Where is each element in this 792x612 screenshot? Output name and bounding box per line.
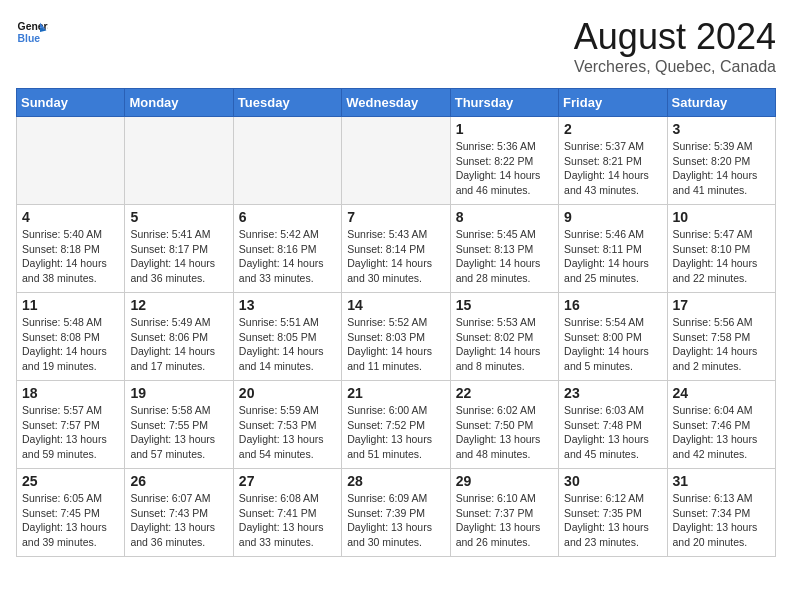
calendar-day-cell: 16Sunrise: 5:54 AM Sunset: 8:00 PM Dayli… [559,293,667,381]
day-number: 20 [239,385,336,401]
day-info: Sunrise: 6:03 AM Sunset: 7:48 PM Dayligh… [564,403,661,462]
day-info: Sunrise: 5:42 AM Sunset: 8:16 PM Dayligh… [239,227,336,286]
day-number: 25 [22,473,119,489]
day-number: 3 [673,121,770,137]
calendar-day-cell: 21Sunrise: 6:00 AM Sunset: 7:52 PM Dayli… [342,381,450,469]
day-number: 2 [564,121,661,137]
calendar-day-cell: 18Sunrise: 5:57 AM Sunset: 7:57 PM Dayli… [17,381,125,469]
calendar-day-cell: 19Sunrise: 5:58 AM Sunset: 7:55 PM Dayli… [125,381,233,469]
day-number: 13 [239,297,336,313]
calendar-day-cell: 31Sunrise: 6:13 AM Sunset: 7:34 PM Dayli… [667,469,775,557]
logo-icon: General Blue [16,16,48,48]
day-number: 15 [456,297,553,313]
calendar-day-cell: 20Sunrise: 5:59 AM Sunset: 7:53 PM Dayli… [233,381,341,469]
day-number: 14 [347,297,444,313]
calendar-day-cell: 15Sunrise: 5:53 AM Sunset: 8:02 PM Dayli… [450,293,558,381]
day-info: Sunrise: 5:37 AM Sunset: 8:21 PM Dayligh… [564,139,661,198]
day-number: 31 [673,473,770,489]
day-info: Sunrise: 5:51 AM Sunset: 8:05 PM Dayligh… [239,315,336,374]
logo: General Blue [16,16,48,48]
calendar-day-cell: 27Sunrise: 6:08 AM Sunset: 7:41 PM Dayli… [233,469,341,557]
day-number: 24 [673,385,770,401]
calendar-day-cell: 11Sunrise: 5:48 AM Sunset: 8:08 PM Dayli… [17,293,125,381]
calendar-day-cell [233,117,341,205]
calendar-day-cell: 9Sunrise: 5:46 AM Sunset: 8:11 PM Daylig… [559,205,667,293]
day-info: Sunrise: 6:09 AM Sunset: 7:39 PM Dayligh… [347,491,444,550]
calendar-week-row: 11Sunrise: 5:48 AM Sunset: 8:08 PM Dayli… [17,293,776,381]
day-info: Sunrise: 5:41 AM Sunset: 8:17 PM Dayligh… [130,227,227,286]
day-number: 18 [22,385,119,401]
day-info: Sunrise: 6:10 AM Sunset: 7:37 PM Dayligh… [456,491,553,550]
day-number: 27 [239,473,336,489]
day-info: Sunrise: 6:02 AM Sunset: 7:50 PM Dayligh… [456,403,553,462]
calendar-day-cell: 7Sunrise: 5:43 AM Sunset: 8:14 PM Daylig… [342,205,450,293]
day-number: 11 [22,297,119,313]
calendar-day-cell [17,117,125,205]
day-info: Sunrise: 5:47 AM Sunset: 8:10 PM Dayligh… [673,227,770,286]
calendar-day-cell: 24Sunrise: 6:04 AM Sunset: 7:46 PM Dayli… [667,381,775,469]
calendar-day-cell: 3Sunrise: 5:39 AM Sunset: 8:20 PM Daylig… [667,117,775,205]
day-number: 16 [564,297,661,313]
day-number: 1 [456,121,553,137]
day-info: Sunrise: 6:08 AM Sunset: 7:41 PM Dayligh… [239,491,336,550]
calendar-day-cell: 23Sunrise: 6:03 AM Sunset: 7:48 PM Dayli… [559,381,667,469]
day-info: Sunrise: 6:13 AM Sunset: 7:34 PM Dayligh… [673,491,770,550]
day-info: Sunrise: 6:00 AM Sunset: 7:52 PM Dayligh… [347,403,444,462]
location-title: Vercheres, Quebec, Canada [574,58,776,76]
day-info: Sunrise: 5:56 AM Sunset: 7:58 PM Dayligh… [673,315,770,374]
day-number: 23 [564,385,661,401]
weekday-header-cell: Saturday [667,89,775,117]
day-info: Sunrise: 5:52 AM Sunset: 8:03 PM Dayligh… [347,315,444,374]
day-info: Sunrise: 5:40 AM Sunset: 8:18 PM Dayligh… [22,227,119,286]
day-info: Sunrise: 5:43 AM Sunset: 8:14 PM Dayligh… [347,227,444,286]
title-block: August 2024 Vercheres, Quebec, Canada [574,16,776,76]
day-number: 6 [239,209,336,225]
day-number: 4 [22,209,119,225]
day-info: Sunrise: 5:58 AM Sunset: 7:55 PM Dayligh… [130,403,227,462]
calendar-day-cell: 25Sunrise: 6:05 AM Sunset: 7:45 PM Dayli… [17,469,125,557]
day-number: 30 [564,473,661,489]
day-number: 26 [130,473,227,489]
calendar-body: 1Sunrise: 5:36 AM Sunset: 8:22 PM Daylig… [17,117,776,557]
calendar-day-cell: 26Sunrise: 6:07 AM Sunset: 7:43 PM Dayli… [125,469,233,557]
day-info: Sunrise: 5:59 AM Sunset: 7:53 PM Dayligh… [239,403,336,462]
weekday-header-cell: Thursday [450,89,558,117]
calendar-day-cell: 13Sunrise: 5:51 AM Sunset: 8:05 PM Dayli… [233,293,341,381]
day-number: 7 [347,209,444,225]
calendar-day-cell: 4Sunrise: 5:40 AM Sunset: 8:18 PM Daylig… [17,205,125,293]
day-number: 5 [130,209,227,225]
calendar-week-row: 25Sunrise: 6:05 AM Sunset: 7:45 PM Dayli… [17,469,776,557]
calendar-day-cell: 14Sunrise: 5:52 AM Sunset: 8:03 PM Dayli… [342,293,450,381]
calendar-day-cell: 28Sunrise: 6:09 AM Sunset: 7:39 PM Dayli… [342,469,450,557]
calendar-day-cell: 12Sunrise: 5:49 AM Sunset: 8:06 PM Dayli… [125,293,233,381]
day-number: 10 [673,209,770,225]
day-number: 8 [456,209,553,225]
calendar-day-cell [342,117,450,205]
day-number: 12 [130,297,227,313]
month-title: August 2024 [574,16,776,58]
day-info: Sunrise: 6:07 AM Sunset: 7:43 PM Dayligh… [130,491,227,550]
calendar-day-cell: 30Sunrise: 6:12 AM Sunset: 7:35 PM Dayli… [559,469,667,557]
calendar-day-cell: 8Sunrise: 5:45 AM Sunset: 8:13 PM Daylig… [450,205,558,293]
calendar-day-cell: 10Sunrise: 5:47 AM Sunset: 8:10 PM Dayli… [667,205,775,293]
day-info: Sunrise: 5:49 AM Sunset: 8:06 PM Dayligh… [130,315,227,374]
calendar-day-cell: 29Sunrise: 6:10 AM Sunset: 7:37 PM Dayli… [450,469,558,557]
calendar-table: SundayMondayTuesdayWednesdayThursdayFrid… [16,88,776,557]
day-info: Sunrise: 5:36 AM Sunset: 8:22 PM Dayligh… [456,139,553,198]
svg-text:Blue: Blue [18,33,41,44]
day-info: Sunrise: 5:54 AM Sunset: 8:00 PM Dayligh… [564,315,661,374]
day-number: 9 [564,209,661,225]
day-number: 19 [130,385,227,401]
calendar-day-cell: 22Sunrise: 6:02 AM Sunset: 7:50 PM Dayli… [450,381,558,469]
weekday-header-cell: Friday [559,89,667,117]
calendar-day-cell: 5Sunrise: 5:41 AM Sunset: 8:17 PM Daylig… [125,205,233,293]
day-number: 29 [456,473,553,489]
day-info: Sunrise: 5:45 AM Sunset: 8:13 PM Dayligh… [456,227,553,286]
day-number: 22 [456,385,553,401]
day-info: Sunrise: 6:12 AM Sunset: 7:35 PM Dayligh… [564,491,661,550]
calendar-day-cell: 6Sunrise: 5:42 AM Sunset: 8:16 PM Daylig… [233,205,341,293]
calendar-day-cell: 2Sunrise: 5:37 AM Sunset: 8:21 PM Daylig… [559,117,667,205]
weekday-header-row: SundayMondayTuesdayWednesdayThursdayFrid… [17,89,776,117]
weekday-header-cell: Tuesday [233,89,341,117]
calendar-day-cell: 1Sunrise: 5:36 AM Sunset: 8:22 PM Daylig… [450,117,558,205]
